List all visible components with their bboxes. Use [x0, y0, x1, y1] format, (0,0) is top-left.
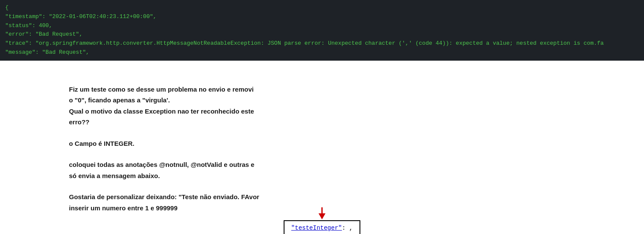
code-snippet-container: "testeInteger": ,: [69, 220, 575, 234]
code-line-6: "message": "Bad Request",: [5, 48, 639, 57]
code-line-4: "error": "Bad Request",: [5, 30, 639, 39]
json-value: : ,: [342, 225, 353, 231]
paragraph-1-text: Fiz um teste como se desse um problema n…: [69, 84, 575, 128]
arrow-down-icon: [315, 207, 329, 219]
code-line-2: "timestamp": "2022-01-06T02:40:23.112+00…: [5, 12, 639, 22]
paragraph-2-section: o Campo é INTEGER.: [69, 138, 575, 149]
code-line-5: "trace": "org.springframework.http.conve…: [5, 39, 639, 48]
content-area: Fiz um teste como se desse um problema n…: [0, 61, 644, 234]
code-snippet-box: "testeInteger": ,: [284, 220, 361, 234]
code-line-1: {: [5, 3, 639, 12]
json-key: "testeInteger": [291, 225, 342, 231]
paragraph-3-section: coloquei todas as anotações @notnull, @n…: [69, 159, 575, 181]
code-line-3: "status": 400,: [5, 22, 639, 31]
svg-marker-1: [319, 213, 325, 219]
paragraph-1-section: Fiz um teste como se desse um problema n…: [69, 84, 575, 128]
paragraph-2-text: o Campo é INTEGER.: [69, 138, 575, 149]
paragraph-3-text: coloquei todas as anotações @notnull, @n…: [69, 159, 575, 181]
error-code-block: { "timestamp": "2022-01-06T02:40:23.112+…: [0, 0, 644, 61]
